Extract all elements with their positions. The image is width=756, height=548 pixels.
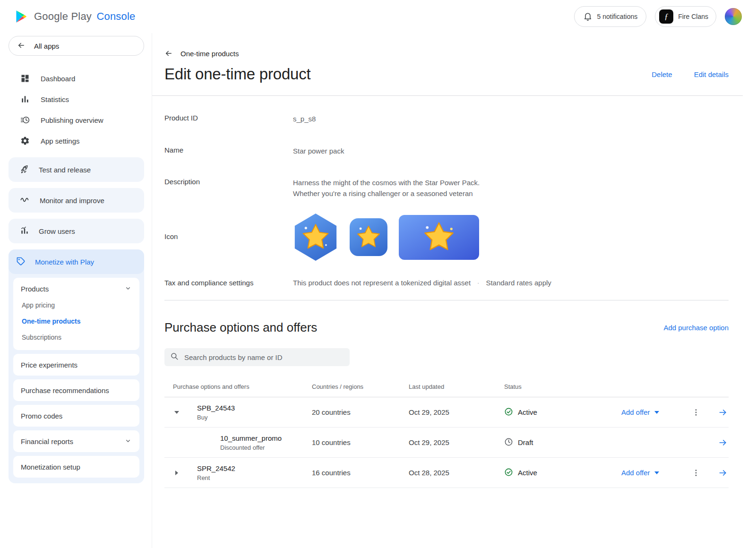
dot-separator: ·: [477, 279, 479, 286]
col-header-last-updated: Last updated: [409, 383, 504, 390]
sidebar-item-subscriptions[interactable]: Subscriptions: [13, 329, 139, 345]
purchase-option-name-block[interactable]: SPB_24543 Buy: [197, 404, 235, 421]
status-badge: Active: [518, 469, 537, 477]
side-card-label: Financial reports: [21, 437, 73, 445]
sidebar-item-promo-codes[interactable]: Promo codes: [13, 405, 139, 427]
tax-label: Tax and compliance settings: [164, 279, 293, 287]
sidebar-item-publishing-overview[interactable]: Publishing overview: [9, 110, 144, 130]
gear-icon: [20, 136, 30, 146]
sidebar-item-one-time-products[interactable]: One-time products: [13, 313, 139, 329]
open-row-arrow-icon[interactable]: [718, 438, 728, 447]
description-value: Harness the might of the cosmos with the…: [293, 178, 480, 199]
sidebar-item-dashboard[interactable]: Dashboard: [9, 68, 144, 89]
add-offer-button[interactable]: Add offer: [621, 469, 659, 477]
sidebar-section-grow-users[interactable]: Grow users: [9, 219, 144, 243]
offer-cell: 10_summer_promo Discounted offer: [164, 434, 312, 451]
purchase-option-type: Rent: [197, 474, 235, 481]
purchase-option-cell: SPB_24543 Buy: [164, 404, 312, 421]
open-row-arrow-icon[interactable]: [718, 408, 728, 417]
delete-button[interactable]: Delete: [652, 70, 672, 78]
publishing-overview-icon: [20, 115, 30, 125]
sidebar-item-price-experiments[interactable]: Price experiments: [13, 354, 139, 376]
sidebar-item-monetization-setup[interactable]: Monetization setup: [13, 456, 139, 478]
section-divider: [164, 300, 729, 300]
brand-text: Google Play Console: [34, 10, 136, 23]
statistics-icon: [20, 94, 30, 104]
purchase-option-name-block[interactable]: SPR_24542 Rent: [197, 464, 235, 481]
add-offer-label: Add offer: [621, 469, 650, 477]
purchase-option-type: Buy: [197, 414, 235, 421]
sidebar-item-purchase-recommendations[interactable]: Purchase recommendations: [13, 379, 139, 401]
side-card-label: Price experiments: [21, 361, 77, 369]
sidebar-section-label: Test and release: [39, 166, 91, 174]
growth-chart-icon: [20, 226, 29, 237]
offer-name-block[interactable]: 10_summer_promo Discounted offer: [220, 434, 282, 451]
sidebar-item-financial-reports[interactable]: Financial reports: [13, 430, 139, 452]
account-avatar[interactable]: [725, 8, 742, 25]
row-actions: [621, 438, 729, 447]
offer-id: 10_summer_promo: [220, 434, 282, 442]
search-input[interactable]: [184, 353, 344, 361]
breadcrumb-back-arrow-icon[interactable]: [164, 49, 173, 58]
active-check-icon: [504, 407, 513, 418]
col-header-countries: Countries / regions: [312, 383, 409, 390]
google-play-console-brand[interactable]: Google Play Console: [15, 9, 136, 24]
purchase-section-header: Purchase options and offers Add purchase…: [164, 320, 729, 335]
product-id-value: s_p_s8: [293, 114, 316, 125]
sidebar-section-monetize-with-play[interactable]: Monetize with Play: [9, 249, 144, 274]
back-arrow-icon: [17, 41, 26, 51]
row-actions: Add offer: [621, 468, 729, 478]
breadcrumb-label[interactable]: One-time products: [180, 50, 239, 58]
price-tag-icon: [16, 257, 26, 267]
product-icon-banner-star: [399, 215, 479, 260]
name-row: Name Star power pack: [164, 146, 729, 157]
last-updated-cell: Oct 29, 2025: [409, 438, 504, 446]
sidebar-item-app-pricing[interactable]: App pricing: [13, 297, 139, 313]
sidebar-item-label: App settings: [41, 137, 80, 145]
table-row: SPR_24542 Rent 16 countries Oct 28, 2025…: [164, 458, 729, 488]
brand-google-play: Google Play: [34, 10, 92, 22]
description-row: Description Harness the might of the cos…: [164, 178, 729, 199]
description-label: Description: [164, 178, 293, 199]
all-apps-button[interactable]: All apps: [9, 36, 144, 56]
add-purchase-option-button[interactable]: Add purchase option: [663, 324, 729, 332]
title-row: Edit one-time product Delete Edit detail…: [164, 65, 729, 83]
more-options-icon[interactable]: [692, 469, 700, 477]
expand-row-icon[interactable]: [174, 471, 180, 475]
edit-details-button[interactable]: Edit details: [694, 70, 729, 78]
sidebar-item-statistics[interactable]: Statistics: [9, 89, 144, 110]
tax-value: This product does not represent a tokeni…: [293, 279, 551, 287]
add-offer-button[interactable]: Add offer: [621, 408, 659, 416]
page-title: Edit one-time product: [164, 65, 310, 83]
sidebar-section-test-and-release[interactable]: Test and release: [9, 157, 144, 182]
product-details-form: Product ID s_p_s8 Name Star power pack D…: [164, 96, 729, 287]
chevron-down-icon: [124, 284, 132, 293]
product-search-box[interactable]: [164, 348, 350, 366]
app-switcher-button[interactable]: ƒ Fire Clans: [655, 6, 716, 27]
status-cell: Active: [504, 468, 621, 478]
sidebar-item-label: Statistics: [41, 95, 69, 103]
all-apps-label: All apps: [34, 42, 59, 50]
sidebar-item-products[interactable]: Products: [13, 280, 139, 297]
open-row-arrow-icon[interactable]: [718, 468, 728, 478]
row-actions: Add offer: [621, 408, 729, 417]
collapse-row-icon[interactable]: [174, 411, 180, 414]
icon-row: Icon: [164, 220, 729, 261]
dropdown-caret-icon: [654, 471, 659, 474]
offer-type: Discounted offer: [220, 444, 282, 451]
side-card-label: Promo codes: [21, 412, 62, 420]
active-check-icon: [504, 468, 513, 478]
sidebar-item-app-settings[interactable]: App settings: [9, 130, 144, 151]
topbar-right: 5 notifications ƒ Fire Clans: [574, 6, 742, 27]
table-row-child: 10_summer_promo Discounted offer 10 coun…: [164, 428, 729, 458]
side-card-label: Purchase recommendations: [21, 386, 109, 394]
more-options-icon[interactable]: [692, 408, 700, 417]
sidebar: All apps Dashboard Statistics Publishing…: [0, 33, 152, 548]
sidebar-section-label: Monitor and improve: [40, 197, 104, 205]
last-updated-cell: Oct 28, 2025: [409, 469, 504, 477]
countries-cell: 10 countries: [312, 438, 409, 446]
purchase-option-id: SPB_24543: [197, 404, 235, 412]
sidebar-section-label: Monetize with Play: [35, 258, 94, 266]
notifications-button[interactable]: 5 notifications: [574, 6, 647, 27]
sidebar-section-monitor-and-improve[interactable]: Monitor and improve: [9, 188, 144, 213]
